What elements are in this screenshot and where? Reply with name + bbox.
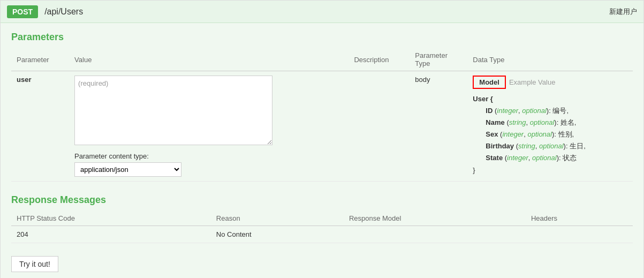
example-value-button[interactable]: Example Value — [509, 78, 555, 86]
try-it-button[interactable]: Try it out! — [11, 256, 58, 272]
response-reason-204: No Content — [211, 226, 344, 243]
endpoint-description: 新建用户 — [609, 7, 637, 17]
model-button[interactable]: Model — [473, 76, 506, 89]
resp-col-reason: Reason — [211, 211, 344, 226]
schema-prop-birthday: Birthday (string, optional): 生日, — [486, 140, 627, 152]
response-title: Response Messages — [11, 194, 633, 206]
schema-prop-name: Name (string, optional): 姓名, — [486, 117, 627, 129]
model-schema: User { ID (integer, optional): 编号, Name … — [473, 93, 627, 176]
schema-prop-id: ID (integer, optional): 编号, — [486, 105, 627, 117]
schema-prop-sex: Sex (integer, optional): 性别, — [486, 129, 627, 140]
param-value-cell: (required) Parameter content type: appli… — [69, 71, 348, 182]
method-badge: POST — [7, 5, 38, 18]
schema-prop-state: State (integer, optional): 状态 — [486, 152, 627, 164]
response-status-204: 204 — [11, 226, 211, 243]
parameters-table: Parameter Value Description ParameterTyp… — [11, 48, 633, 182]
response-section: Response Messages HTTP Status Code Reaso… — [11, 194, 633, 272]
param-type-cell: body — [410, 71, 467, 182]
param-row-user: user (required) Parameter content type: … — [11, 71, 633, 182]
param-description-cell — [348, 71, 410, 182]
param-textarea-user[interactable]: (required) — [74, 76, 272, 145]
resp-col-model: Response Model — [344, 211, 526, 226]
endpoint-header: POST /api/Users 新建用户 — [1, 1, 643, 23]
param-datatype-cell: Model Example Value User { ID (integer, … — [467, 71, 633, 182]
endpoint-path: /api/Users — [44, 7, 609, 17]
schema-properties: ID (integer, optional): 编号, Name (string… — [486, 105, 627, 164]
response-headers-204 — [526, 226, 633, 243]
content-type-label: Parameter content type: — [74, 152, 272, 160]
model-buttons: Model Example Value — [473, 76, 627, 89]
main-content: Parameters Parameter Value Description P… — [1, 23, 643, 278]
response-model-204 — [344, 226, 526, 243]
col-value: Value — [69, 48, 348, 71]
col-description: Description — [348, 48, 410, 71]
response-row-204: 204 No Content — [11, 226, 633, 243]
col-param-type: ParameterType — [410, 48, 467, 71]
content-type-select[interactable]: application/json text/json application/x… — [74, 162, 181, 177]
param-name-user: user — [11, 71, 69, 182]
schema-closing: } — [473, 164, 627, 176]
schema-class-name: User { — [473, 93, 627, 105]
resp-col-headers: Headers — [526, 211, 633, 226]
col-data-type: Data Type — [467, 48, 633, 71]
parameters-title: Parameters — [11, 32, 633, 43]
col-parameter: Parameter — [11, 48, 69, 71]
resp-col-status: HTTP Status Code — [11, 211, 211, 226]
response-table: HTTP Status Code Reason Response Model H… — [11, 211, 633, 243]
